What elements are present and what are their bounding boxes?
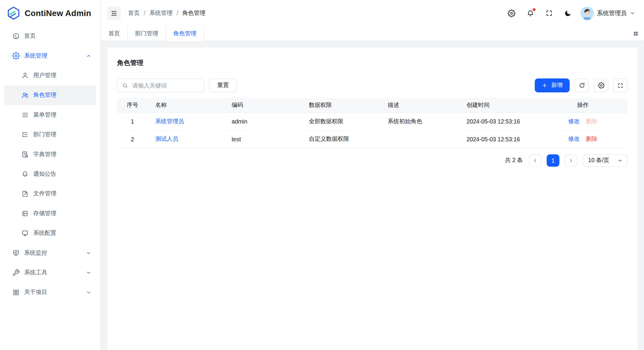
sidebar-item-label: 菜单管理 [33,111,56,119]
app-window: ContiNew Admin 首页 系统管理 [0,0,644,350]
monitor-chart-icon [12,249,20,257]
sidebar-item-role-management[interactable]: 角色管理 [4,85,96,105]
breadcrumb-item-system[interactable]: 系统管理 [149,9,172,17]
moon-icon [564,9,572,17]
column-header-name: 名称 [148,98,224,113]
keyword-search [117,78,204,92]
tab-bar: 首页 部门管理 角色管理 [101,26,644,41]
column-header-description: 描述 [380,98,459,113]
column-header-index: 序号 [117,98,148,113]
sidebar-item-department-management[interactable]: 部门管理 [4,125,96,145]
page-content: 角色管理 重置 新增 [101,41,644,350]
column-header-code: 编码 [224,98,301,113]
top-bar: 首页 / 系统管理 / 角色管理 [101,0,644,26]
sidebar-item-user-management[interactable]: 用户管理 [4,66,96,85]
tab-label: 首页 [108,30,120,37]
cell-index: 1 [117,113,148,130]
fullscreen-button[interactable] [545,9,553,17]
cell-data-scope: 全部数据权限 [301,113,380,130]
edit-link[interactable]: 修改 [568,135,580,142]
sidebar-item-system-tools[interactable]: 系统工具 [4,263,96,282]
sidebar-item-label: 文件管理 [33,190,56,197]
sidebar-item-label: 系统工具 [24,269,47,276]
chevron-down-icon [86,270,91,275]
page-size-select[interactable]: 10 条/页 [583,154,628,166]
edit-link[interactable]: 修改 [568,118,580,124]
chevron-down-icon [618,158,623,163]
sidebar-item-dictionary-management[interactable]: 字典管理 [4,145,96,164]
sidebar-item-about-project[interactable]: 关于项目 [4,283,96,302]
menu-lines-icon [21,111,29,119]
apps-icon [12,289,20,296]
tab-label: 部门管理 [135,30,158,37]
sidebar-item-system-management[interactable]: 系统管理 [4,46,96,66]
cell-created-at: 2024-05-03 12:53:16 [459,113,538,130]
user-menu[interactable]: 系统管理员 [580,6,635,20]
app-title: ContiNew Admin [25,8,91,18]
page-number-button[interactable]: 1 [547,154,559,166]
tab-role-management[interactable]: 角色管理 [166,26,204,41]
next-page-button[interactable] [565,154,577,166]
refresh-button[interactable] [575,78,589,92]
toolbar: 重置 新增 [117,78,627,92]
page-title: 角色管理 [117,59,627,67]
tab-department-management[interactable]: 部门管理 [128,26,166,41]
settings-icon [12,52,20,60]
sidebar-item-home[interactable]: 首页 [4,26,96,46]
sidebar-item-menu-management[interactable]: 菜单管理 [4,105,96,125]
tab-home[interactable]: 首页 [101,26,128,41]
reset-button[interactable]: 重置 [209,78,237,92]
delete-link: 删除 [586,118,597,124]
fullscreen-icon [545,9,553,17]
tree-list-icon [21,131,29,138]
settings-gear-button[interactable] [507,9,515,17]
column-header-actions: 操作 [538,98,628,113]
notifications-button[interactable] [526,9,534,17]
fullscreen-icon [617,82,624,88]
tab-actions-button[interactable] [628,26,644,41]
cell-code: test [224,130,301,148]
sidebar-item-label: 存储管理 [33,210,56,217]
delete-link[interactable]: 删除 [586,135,597,142]
app-logo[interactable]: ContiNew Admin [0,0,100,26]
breadcrumb: 首页 / 系统管理 / 角色管理 [128,9,205,17]
table-fullscreen-button[interactable] [613,78,627,92]
tab-label: 角色管理 [173,30,196,37]
sidebar-collapse-button[interactable] [107,6,121,20]
previous-page-button[interactable] [529,154,541,166]
sidebar-item-label: 系统监控 [24,249,47,257]
chevron-down-icon [86,290,91,295]
dictionary-icon [21,151,29,158]
sidebar-item-system-monitor[interactable]: 系统监控 [4,243,96,263]
sidebar-item-file-management[interactable]: 文件管理 [4,184,96,204]
sidebar-item-label: 首页 [24,32,36,40]
search-input[interactable] [132,82,199,89]
sidebar-item-notice[interactable]: 通知公告 [4,164,96,184]
menu-fold-icon [110,10,118,17]
breadcrumb-separator: / [177,10,178,16]
sidebar-item-label: 通知公告 [33,170,56,178]
user-name: 系统管理员 [597,9,627,17]
column-header-created-at: 创建时间 [459,98,538,113]
add-button-label: 新增 [551,82,563,89]
main-area: 首页 / 系统管理 / 角色管理 [101,0,644,350]
sidebar-item-system-config[interactable]: 系统配置 [4,224,96,243]
search-icon [122,82,128,88]
plus-icon [542,83,548,88]
user-group-icon [21,91,29,99]
add-button[interactable]: 新增 [535,78,570,92]
sidebar-item-storage-management[interactable]: 存储管理 [4,204,96,223]
table-settings-button[interactable] [594,78,608,92]
gear-icon [598,82,604,89]
dark-mode-toggle[interactable] [564,9,572,17]
role-name-link[interactable]: 测试人员 [155,135,178,142]
storage-icon [21,210,29,217]
bell-icon [21,170,29,178]
chevron-down-icon [86,251,91,256]
avatar [580,6,594,20]
sidebar-item-label: 系统配置 [33,229,56,237]
breadcrumb-item-current: 角色管理 [182,9,205,17]
grid-icon [633,31,639,36]
breadcrumb-item-home[interactable]: 首页 [128,9,140,17]
role-name-link[interactable]: 系统管理员 [155,118,184,124]
